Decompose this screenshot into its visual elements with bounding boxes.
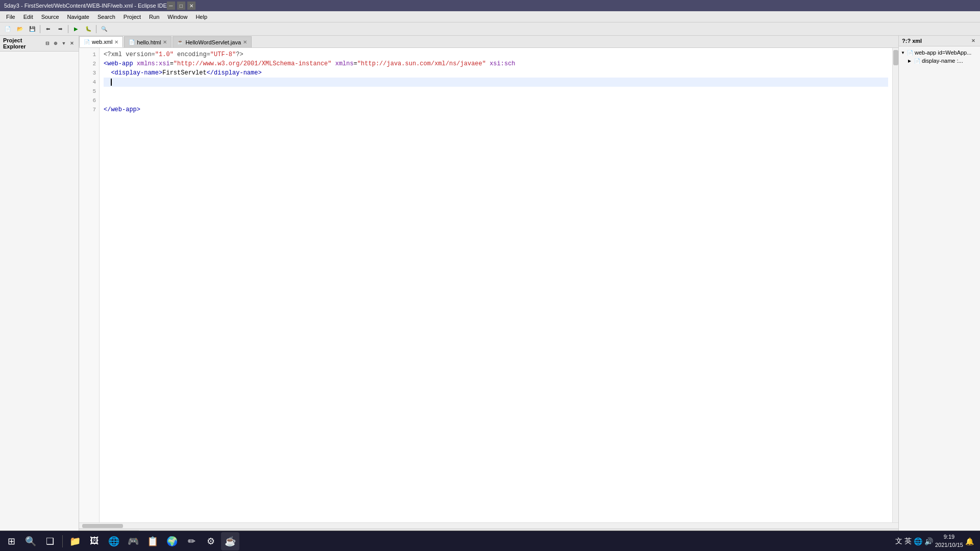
toolbar-forward[interactable]: ➡	[55, 23, 66, 35]
tab-hello-html-label: hello.html	[137, 39, 161, 45]
tab-web-xml[interactable]: 📄 web.xml ✕	[79, 36, 123, 47]
menu-project[interactable]: Project	[119, 13, 145, 21]
cursor	[111, 79, 115, 86]
tray-lang[interactable]: 英	[904, 537, 912, 546]
code-line-6	[104, 96, 888, 105]
tab-web-xml-label: web.xml	[92, 39, 112, 45]
line-num-2: 2	[79, 59, 99, 68]
line-num-4: 4	[79, 78, 99, 87]
tray-notifications[interactable]: 🔔	[965, 537, 974, 545]
taskbar-sep	[62, 535, 63, 547]
line-num-3: 3	[79, 68, 99, 78]
taskbar-settings[interactable]: ⚙	[202, 532, 220, 550]
menu-search[interactable]: Search	[93, 13, 119, 21]
line-num-5: 5	[79, 87, 99, 96]
toolbar-run[interactable]: ▶	[70, 23, 82, 35]
tray-volume[interactable]: 🔊	[924, 537, 933, 545]
tab-web-xml-close[interactable]: ✕	[114, 39, 118, 45]
right-panel-close[interactable]: ✕	[970, 37, 977, 44]
clock-date: 2021/10/15	[935, 541, 963, 549]
left-panel: Project Explorer ⊟ ⊕ ▼ ✕	[0, 36, 79, 540]
toolbar-sep-3	[96, 25, 96, 33]
menu-window[interactable]: Window	[163, 13, 191, 21]
toolbar-new[interactable]: 📄	[2, 23, 13, 35]
line-numbers: 1 2 3 4 5 6 7	[79, 48, 100, 522]
line-num-6: 6	[79, 96, 99, 105]
taskbar: ⊞ 🔍 ❑ 📁 🖼 🌐 🎮 📋 🌍 ✏ ⚙ ☕ 文 英 🌐 🔊 9:19 202…	[0, 531, 980, 551]
taskbar-folder[interactable]: 📁	[66, 532, 84, 550]
close-button[interactable]: ✕	[187, 2, 195, 10]
display-icon: 📄	[914, 58, 920, 64]
taskbar-search-button[interactable]: 🔍	[21, 532, 40, 550]
pe-collapse-all[interactable]: ⊟	[44, 40, 51, 47]
menu-edit[interactable]: Edit	[19, 13, 37, 21]
code-area[interactable]: <?xml version="1.0" encoding="UTF-8"?> <…	[100, 48, 892, 522]
taskbar-notes[interactable]: 📋	[143, 532, 162, 550]
title-bar-controls: ─ □ ✕	[167, 2, 195, 10]
code-line-3: <display-name>FirstServlet</display-name…	[104, 68, 888, 78]
maximize-button[interactable]: □	[177, 2, 185, 10]
title-bar-title: 5day3 - FirstServlet/WebContent/WEB-INF/…	[4, 3, 167, 9]
tab-hello-html-close[interactable]: ✕	[163, 39, 167, 45]
h-scroll-thumb[interactable]	[82, 524, 123, 528]
line-num-7: 7	[79, 105, 99, 114]
editor-content[interactable]: 1 2 3 4 5 6 7 <?xml version="1.0" encodi…	[79, 48, 898, 522]
xml-tree-display-name[interactable]: ▶ 📄 display-name :...	[899, 57, 980, 65]
right-panel: ?:? xml ✕ ▼ 📄 web-app id=WebApp... ▶ 📄 d…	[898, 36, 980, 540]
code-line-1: <?xml version="1.0" encoding="UTF-8"?>	[104, 50, 888, 59]
project-explorer-title: Project Explorer	[3, 37, 44, 49]
code-line-2: <web-app xmlns:xsi="http://www.w3.org/20…	[104, 59, 888, 68]
webapp-label: web-app id=WebApp...	[915, 49, 971, 56]
taskbar-edit[interactable]: ✏	[182, 532, 201, 550]
code-line-5	[104, 87, 888, 96]
toolbar-back[interactable]: ⬅	[42, 23, 54, 35]
menu-navigate[interactable]: Navigate	[63, 13, 93, 21]
editor-area: 📄 web.xml ✕ 📄 hello.html ✕ ☕ HelloWordSe…	[79, 36, 898, 540]
horizontal-scroll[interactable]	[79, 522, 898, 529]
clock[interactable]: 9:19 2021/10/15	[935, 533, 963, 549]
right-panel-header: ?:? xml ✕	[899, 36, 980, 46]
toolbar-search[interactable]: 🔍	[99, 23, 110, 35]
tray-network[interactable]: 🌐	[914, 537, 922, 545]
expand-webapp-icon: ▼	[901, 51, 906, 55]
tray-input-method[interactable]: 文	[895, 537, 902, 546]
expand-display-icon: ▶	[908, 59, 913, 63]
tab-hello-html[interactable]: 📄 hello.html ✕	[124, 36, 172, 47]
taskbar-start-button[interactable]: ⊞	[2, 532, 20, 550]
menu-file[interactable]: File	[2, 13, 19, 21]
taskbar-task-view[interactable]: ❑	[41, 532, 59, 550]
main-layout: Project Explorer ⊟ ⊕ ▼ ✕ 📄 web.xml ✕ 📄 h…	[0, 36, 980, 540]
pe-menu[interactable]: ▼	[60, 40, 67, 47]
toolbar-save[interactable]: 💾	[27, 23, 38, 35]
editor-tabs: 📄 web.xml ✕ 📄 hello.html ✕ ☕ HelloWordSe…	[79, 36, 898, 48]
code-line-4	[104, 78, 888, 87]
taskbar-eclipse[interactable]: ☕	[221, 532, 239, 550]
project-tree	[0, 52, 79, 540]
xml-tree-webapp[interactable]: ▼ 📄 web-app id=WebApp...	[899, 48, 980, 57]
pe-link[interactable]: ⊕	[52, 40, 59, 47]
toolbar-open[interactable]: 📂	[14, 23, 26, 35]
taskbar-world[interactable]: 🌍	[163, 532, 181, 550]
line-num-1: 1	[79, 50, 99, 59]
menu-help[interactable]: Help	[191, 13, 211, 21]
taskbar-photo[interactable]: 🖼	[85, 532, 104, 550]
pe-close[interactable]: ✕	[68, 40, 76, 47]
toolbar: 📄 📂 💾 ⬅ ➡ ▶ 🐛 🔍	[0, 22, 980, 36]
clock-time: 9:19	[935, 533, 963, 541]
menu-run[interactable]: Run	[145, 13, 163, 21]
xml-tree: ▼ 📄 web-app id=WebApp... ▶ 📄 display-nam…	[899, 46, 980, 540]
minimize-button[interactable]: ─	[167, 2, 175, 10]
toolbar-debug[interactable]: 🐛	[83, 23, 94, 35]
right-panel-title: ?:? xml	[902, 38, 922, 44]
menu-source[interactable]: Source	[37, 13, 63, 21]
editor-scrollbar[interactable]	[892, 48, 898, 522]
scrollbar-thumb[interactable]	[893, 50, 898, 65]
taskbar-right: 文 英 🌐 🔊 9:19 2021/10/15 🔔	[895, 533, 978, 549]
tab-hello-word-servlet-close[interactable]: ✕	[243, 39, 247, 45]
taskbar-browser[interactable]: 🌐	[105, 532, 123, 550]
title-bar: 5day3 - FirstServlet/WebContent/WEB-INF/…	[0, 0, 980, 11]
taskbar-game[interactable]: 🎮	[124, 532, 142, 550]
webapp-icon: 📄	[907, 50, 913, 56]
tab-hello-word-servlet[interactable]: ☕ HelloWordServlet.java ✕	[173, 36, 252, 47]
menu-bar: File Edit Source Navigate Search Project…	[0, 11, 980, 22]
